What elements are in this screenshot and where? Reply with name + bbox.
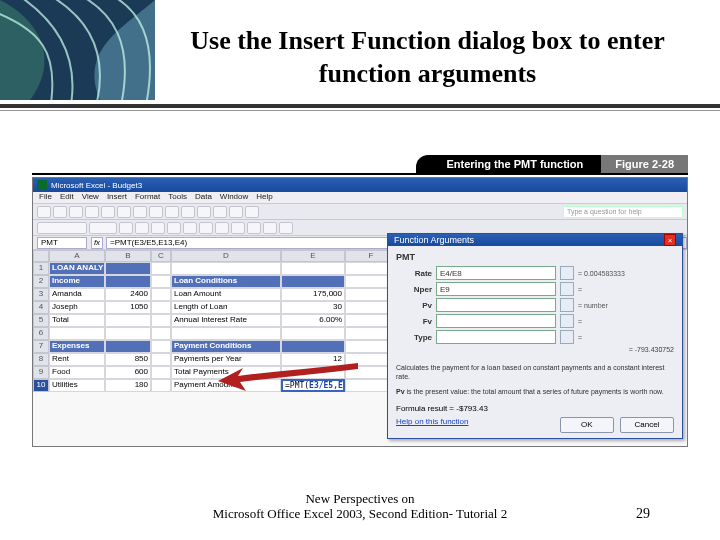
underline-icon[interactable] bbox=[151, 222, 165, 234]
name-box[interactable]: PMT bbox=[37, 237, 87, 249]
cell[interactable] bbox=[105, 275, 151, 288]
cancel-button[interactable]: Cancel bbox=[620, 417, 674, 433]
align-right-icon[interactable] bbox=[199, 222, 213, 234]
col-header[interactable]: D bbox=[171, 250, 281, 262]
cell[interactable] bbox=[105, 314, 151, 327]
size-select[interactable] bbox=[89, 222, 117, 234]
col-header[interactable]: C bbox=[151, 250, 171, 262]
menu-help[interactable]: Help bbox=[256, 192, 272, 203]
save-icon[interactable] bbox=[69, 206, 83, 218]
cell[interactable]: Annual Interest Rate bbox=[171, 314, 281, 327]
borders-icon[interactable] bbox=[247, 222, 261, 234]
range-picker-icon[interactable] bbox=[560, 266, 574, 280]
row-header[interactable]: 7 bbox=[33, 340, 49, 353]
align-center-icon[interactable] bbox=[183, 222, 197, 234]
cell[interactable]: Loan Conditions bbox=[171, 275, 281, 288]
cell[interactable] bbox=[105, 327, 151, 340]
print-icon[interactable] bbox=[85, 206, 99, 218]
chart-icon[interactable] bbox=[245, 206, 259, 218]
font-select[interactable] bbox=[37, 222, 87, 234]
range-picker-icon[interactable] bbox=[560, 330, 574, 344]
select-all-corner[interactable] bbox=[33, 250, 49, 262]
autosum-icon[interactable] bbox=[213, 206, 227, 218]
percent-icon[interactable] bbox=[231, 222, 245, 234]
cell[interactable]: Length of Loan bbox=[171, 301, 281, 314]
close-icon[interactable]: × bbox=[664, 234, 676, 246]
cell[interactable]: 600 bbox=[105, 366, 151, 379]
italic-icon[interactable] bbox=[135, 222, 149, 234]
row-header[interactable]: 5 bbox=[33, 314, 49, 327]
cell[interactable]: LOAN ANALYSIS bbox=[49, 262, 105, 275]
row-header[interactable]: 1 bbox=[33, 262, 49, 275]
menu-edit[interactable]: Edit bbox=[60, 192, 74, 203]
row-header[interactable]: 10 bbox=[33, 379, 49, 392]
cell[interactable] bbox=[151, 262, 171, 275]
col-header[interactable]: A bbox=[49, 250, 105, 262]
cell[interactable]: 2400 bbox=[105, 288, 151, 301]
cell[interactable] bbox=[281, 327, 345, 340]
cell[interactable] bbox=[49, 327, 105, 340]
arg-input-nper[interactable]: E9 bbox=[436, 282, 556, 296]
menu-file[interactable]: File bbox=[39, 192, 52, 203]
fontcolor-icon[interactable] bbox=[279, 222, 293, 234]
menu-view[interactable]: View bbox=[82, 192, 99, 203]
menu-tools[interactable]: Tools bbox=[168, 192, 187, 203]
cell[interactable] bbox=[151, 340, 171, 353]
menu-window[interactable]: Window bbox=[220, 192, 248, 203]
menu-format[interactable]: Format bbox=[135, 192, 160, 203]
new-icon[interactable] bbox=[37, 206, 51, 218]
cell[interactable]: 30 bbox=[281, 301, 345, 314]
spell-icon[interactable] bbox=[117, 206, 131, 218]
col-header[interactable]: B bbox=[105, 250, 151, 262]
arg-input-fv[interactable] bbox=[436, 314, 556, 328]
cell[interactable] bbox=[281, 340, 345, 353]
cell[interactable] bbox=[171, 262, 281, 275]
cell[interactable]: Joseph bbox=[49, 301, 105, 314]
arg-input-rate[interactable]: E4/E8 bbox=[436, 266, 556, 280]
cell[interactable]: Total bbox=[49, 314, 105, 327]
arg-input-type[interactable] bbox=[436, 330, 556, 344]
arg-input-pv[interactable] bbox=[436, 298, 556, 312]
cut-icon[interactable] bbox=[133, 206, 147, 218]
cell[interactable] bbox=[151, 275, 171, 288]
redo-icon[interactable] bbox=[197, 206, 211, 218]
currency-icon[interactable] bbox=[215, 222, 229, 234]
help-link[interactable]: Help on this function bbox=[396, 417, 469, 426]
cell[interactable] bbox=[151, 314, 171, 327]
row-header[interactable]: 3 bbox=[33, 288, 49, 301]
cell[interactable]: 850 bbox=[105, 353, 151, 366]
open-icon[interactable] bbox=[53, 206, 67, 218]
sort-icon[interactable] bbox=[229, 206, 243, 218]
row-header[interactable]: 2 bbox=[33, 275, 49, 288]
cell[interactable] bbox=[105, 262, 151, 275]
ok-button[interactable]: OK bbox=[560, 417, 614, 433]
cell[interactable] bbox=[151, 366, 171, 379]
cell[interactable] bbox=[151, 301, 171, 314]
cell[interactable]: Utilities bbox=[49, 379, 105, 392]
cell[interactable]: Rent bbox=[49, 353, 105, 366]
fx-icon[interactable]: fx bbox=[91, 237, 103, 249]
row-header[interactable]: 9 bbox=[33, 366, 49, 379]
bold-icon[interactable] bbox=[119, 222, 133, 234]
cell[interactable]: Amanda bbox=[49, 288, 105, 301]
cell[interactable]: Expenses bbox=[49, 340, 105, 353]
help-search[interactable]: Type a question for help bbox=[563, 206, 683, 218]
cell[interactable]: 1050 bbox=[105, 301, 151, 314]
cell[interactable] bbox=[281, 262, 345, 275]
cell[interactable] bbox=[151, 353, 171, 366]
fillcolor-icon[interactable] bbox=[263, 222, 277, 234]
cell[interactable] bbox=[171, 327, 281, 340]
cell[interactable] bbox=[151, 327, 171, 340]
col-header[interactable]: E bbox=[281, 250, 345, 262]
cell[interactable]: Income bbox=[49, 275, 105, 288]
cell[interactable]: 180 bbox=[105, 379, 151, 392]
range-picker-icon[interactable] bbox=[560, 314, 574, 328]
row-header[interactable]: 8 bbox=[33, 353, 49, 366]
cell[interactable] bbox=[105, 340, 151, 353]
cell[interactable]: Food bbox=[49, 366, 105, 379]
cell[interactable]: Payment Conditions bbox=[171, 340, 281, 353]
menu-insert[interactable]: Insert bbox=[107, 192, 127, 203]
align-left-icon[interactable] bbox=[167, 222, 181, 234]
row-header[interactable]: 6 bbox=[33, 327, 49, 340]
range-picker-icon[interactable] bbox=[560, 298, 574, 312]
